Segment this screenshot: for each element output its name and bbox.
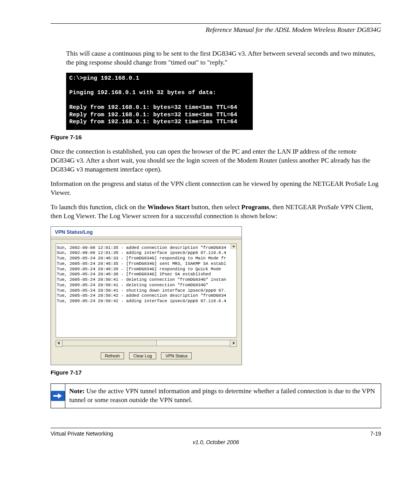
command-prompt-output: C:\>ping 192.168.0.1 Pinging 192.168.0.1…: [66, 73, 253, 130]
horizontal-scrollbar[interactable]: [56, 340, 237, 346]
page-header: Reference Manual for the ADSL Modem Wire…: [51, 26, 381, 34]
note-callout: Note: Use the active VPN tunnel informat…: [51, 383, 381, 408]
footer-page-number: 7-19: [370, 430, 381, 437]
note-text: Use the active VPN tunnel information an…: [69, 387, 375, 404]
vpn-log-lines: Sun, 2002-09-08 12:01:35 - added connect…: [56, 244, 236, 304]
figure-caption: Figure 7-16: [51, 134, 381, 140]
footer-version: v1.0, October 2006: [51, 439, 381, 445]
scroll-left-icon[interactable]: [56, 340, 63, 347]
clear-log-button[interactable]: Clear Log: [129, 352, 156, 359]
arrow-right-icon: [51, 391, 65, 401]
footer-section: Virtual Private Networking: [51, 430, 113, 437]
figure-caption: Figure 7-17: [51, 369, 381, 376]
scroll-thumb[interactable]: [63, 340, 157, 346]
vpn-log-textbox[interactable]: Sun, 2002-09-08 12:01:35 - added connect…: [56, 243, 237, 338]
vpn-log-window: VPN Status/Log Sun, 2002-09-08 12:01:35 …: [51, 226, 242, 365]
vpn-window-title: VPN Status/Log: [51, 227, 242, 237]
text-run: button, then select: [190, 203, 242, 211]
scroll-down-icon[interactable]: [231, 244, 236, 249]
body-paragraph: Information on the progress and status o…: [51, 180, 381, 198]
bold-text: Windows Start: [147, 203, 190, 211]
note-label: Note:: [69, 387, 85, 395]
body-paragraph: Once the connection is established, you …: [51, 147, 381, 174]
scroll-right-icon[interactable]: [230, 340, 237, 347]
scroll-track[interactable]: [63, 340, 230, 346]
vpn-status-button[interactable]: VPN Status: [161, 352, 192, 359]
body-paragraph: To launch this function, click on the Wi…: [51, 203, 381, 221]
text-run: To launch this function, click on the: [51, 203, 147, 211]
bold-text: Programs: [242, 203, 269, 211]
body-paragraph: This will cause a continuous ping to be …: [51, 49, 381, 67]
refresh-button[interactable]: Refresh: [101, 352, 124, 359]
